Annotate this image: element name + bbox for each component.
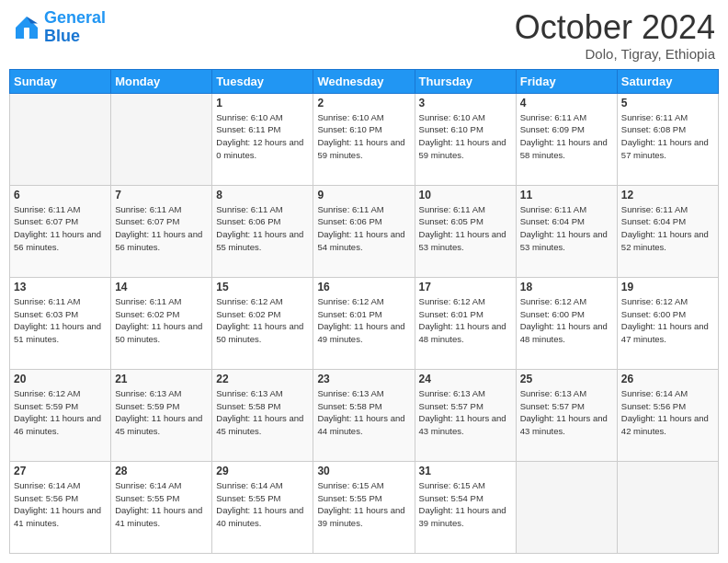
logo-icon: [13, 14, 40, 41]
day-number: 24: [419, 373, 512, 385]
cell-info: Sunrise: 6:11 AMSunset: 6:04 PMDaylight:…: [621, 203, 714, 254]
calendar-cell: [111, 93, 212, 185]
calendar-cell: 21Sunrise: 6:13 AMSunset: 5:59 PMDayligh…: [111, 369, 212, 461]
day-number: 20: [14, 373, 107, 385]
day-number: 16: [317, 281, 410, 293]
cell-info: Sunrise: 6:11 AMSunset: 6:03 PMDaylight:…: [14, 295, 107, 346]
day-number: 18: [520, 281, 613, 293]
day-number: 23: [317, 373, 410, 385]
cell-info: Sunrise: 6:10 AMSunset: 6:11 PMDaylight:…: [216, 111, 309, 162]
cell-info: Sunrise: 6:12 AMSunset: 6:01 PMDaylight:…: [419, 295, 512, 346]
cell-info: Sunrise: 6:13 AMSunset: 5:58 PMDaylight:…: [216, 387, 309, 438]
calendar-cell: 8Sunrise: 6:11 AMSunset: 6:06 PMDaylight…: [212, 185, 313, 277]
calendar-cell: 22Sunrise: 6:13 AMSunset: 5:58 PMDayligh…: [212, 369, 313, 461]
cell-info: Sunrise: 6:13 AMSunset: 5:59 PMDaylight:…: [115, 387, 208, 438]
calendar-cell: 26Sunrise: 6:14 AMSunset: 5:56 PMDayligh…: [617, 369, 718, 461]
month-title: October 2024: [515, 9, 715, 46]
calendar-cell: 30Sunrise: 6:15 AMSunset: 5:55 PMDayligh…: [313, 461, 415, 553]
day-number: 1: [216, 97, 309, 109]
day-header-monday: Monday: [111, 69, 212, 93]
calendar-cell: 18Sunrise: 6:12 AMSunset: 6:00 PMDayligh…: [516, 277, 617, 369]
day-number: 7: [115, 189, 208, 201]
cell-info: Sunrise: 6:14 AMSunset: 5:55 PMDaylight:…: [115, 479, 208, 530]
calendar-cell: 6Sunrise: 6:11 AMSunset: 6:07 PMDaylight…: [10, 185, 111, 277]
cell-info: Sunrise: 6:12 AMSunset: 6:00 PMDaylight:…: [520, 295, 613, 346]
day-number: 11: [520, 189, 613, 201]
calendar-cell: [516, 461, 617, 553]
calendar-cell: 27Sunrise: 6:14 AMSunset: 5:56 PMDayligh…: [10, 461, 111, 553]
cell-info: Sunrise: 6:14 AMSunset: 5:55 PMDaylight:…: [216, 479, 309, 530]
day-number: 31: [419, 465, 512, 477]
cell-info: Sunrise: 6:11 AMSunset: 6:06 PMDaylight:…: [216, 203, 309, 254]
calendar-cell: 29Sunrise: 6:14 AMSunset: 5:55 PMDayligh…: [212, 461, 313, 553]
calendar-cell: 10Sunrise: 6:11 AMSunset: 6:05 PMDayligh…: [415, 185, 516, 277]
day-header-saturday: Saturday: [617, 69, 718, 93]
cell-info: Sunrise: 6:10 AMSunset: 6:10 PMDaylight:…: [419, 111, 512, 162]
calendar-cell: [617, 461, 718, 553]
week-row-3: 13Sunrise: 6:11 AMSunset: 6:03 PMDayligh…: [10, 277, 719, 369]
week-row-5: 27Sunrise: 6:14 AMSunset: 5:56 PMDayligh…: [10, 461, 719, 553]
calendar-cell: 17Sunrise: 6:12 AMSunset: 6:01 PMDayligh…: [415, 277, 516, 369]
day-number: 8: [216, 189, 309, 201]
day-number: 2: [317, 97, 410, 109]
calendar-cell: [10, 93, 111, 185]
logo: General Blue: [13, 9, 106, 46]
day-number: 19: [621, 281, 714, 293]
day-number: 4: [520, 97, 613, 109]
calendar-cell: 16Sunrise: 6:12 AMSunset: 6:01 PMDayligh…: [313, 277, 415, 369]
day-header-wednesday: Wednesday: [313, 69, 415, 93]
calendar-cell: 28Sunrise: 6:14 AMSunset: 5:55 PMDayligh…: [111, 461, 212, 553]
cell-info: Sunrise: 6:12 AMSunset: 6:01 PMDaylight:…: [317, 295, 410, 346]
cell-info: Sunrise: 6:12 AMSunset: 6:02 PMDaylight:…: [216, 295, 309, 346]
cell-info: Sunrise: 6:13 AMSunset: 5:57 PMDaylight:…: [520, 387, 613, 438]
day-header-friday: Friday: [516, 69, 617, 93]
cell-info: Sunrise: 6:11 AMSunset: 6:08 PMDaylight:…: [621, 111, 714, 162]
calendar-cell: 14Sunrise: 6:11 AMSunset: 6:02 PMDayligh…: [111, 277, 212, 369]
day-number: 15: [216, 281, 309, 293]
day-number: 21: [115, 373, 208, 385]
day-header-sunday: Sunday: [10, 69, 111, 93]
week-row-1: 1Sunrise: 6:10 AMSunset: 6:11 PMDaylight…: [10, 93, 719, 185]
cell-info: Sunrise: 6:11 AMSunset: 6:05 PMDaylight:…: [419, 203, 512, 254]
location-subtitle: Dolo, Tigray, Ethiopia: [515, 46, 715, 62]
calendar-cell: 12Sunrise: 6:11 AMSunset: 6:04 PMDayligh…: [617, 185, 718, 277]
cell-info: Sunrise: 6:11 AMSunset: 6:07 PMDaylight:…: [14, 203, 107, 254]
cell-info: Sunrise: 6:15 AMSunset: 5:54 PMDaylight:…: [419, 479, 512, 530]
calendar-cell: 31Sunrise: 6:15 AMSunset: 5:54 PMDayligh…: [415, 461, 516, 553]
calendar-cell: 19Sunrise: 6:12 AMSunset: 6:00 PMDayligh…: [617, 277, 718, 369]
calendar-cell: 2Sunrise: 6:10 AMSunset: 6:10 PMDaylight…: [313, 93, 415, 185]
cell-info: Sunrise: 6:12 AMSunset: 6:00 PMDaylight:…: [621, 295, 714, 346]
calendar-table: SundayMondayTuesdayWednesdayThursdayFrid…: [9, 69, 719, 554]
calendar-cell: 1Sunrise: 6:10 AMSunset: 6:11 PMDaylight…: [212, 93, 313, 185]
cell-info: Sunrise: 6:14 AMSunset: 5:56 PMDaylight:…: [621, 387, 714, 438]
calendar-cell: 23Sunrise: 6:13 AMSunset: 5:58 PMDayligh…: [313, 369, 415, 461]
day-number: 5: [621, 97, 714, 109]
calendar-cell: 20Sunrise: 6:12 AMSunset: 5:59 PMDayligh…: [10, 369, 111, 461]
logo-text: General Blue: [44, 9, 106, 46]
calendar-cell: 15Sunrise: 6:12 AMSunset: 6:02 PMDayligh…: [212, 277, 313, 369]
calendar-cell: 4Sunrise: 6:11 AMSunset: 6:09 PMDaylight…: [516, 93, 617, 185]
day-header-tuesday: Tuesday: [212, 69, 313, 93]
calendar-cell: 24Sunrise: 6:13 AMSunset: 5:57 PMDayligh…: [415, 369, 516, 461]
day-number: 25: [520, 373, 613, 385]
day-number: 10: [419, 189, 512, 201]
cell-info: Sunrise: 6:12 AMSunset: 5:59 PMDaylight:…: [14, 387, 107, 438]
calendar-cell: 3Sunrise: 6:10 AMSunset: 6:10 PMDaylight…: [415, 93, 516, 185]
day-number: 9: [317, 189, 410, 201]
calendar-cell: 13Sunrise: 6:11 AMSunset: 6:03 PMDayligh…: [10, 277, 111, 369]
week-row-2: 6Sunrise: 6:11 AMSunset: 6:07 PMDaylight…: [10, 185, 719, 277]
day-number: 27: [14, 465, 107, 477]
calendar-header-row: SundayMondayTuesdayWednesdayThursdayFrid…: [10, 69, 719, 93]
cell-info: Sunrise: 6:13 AMSunset: 5:58 PMDaylight:…: [317, 387, 410, 438]
cell-info: Sunrise: 6:11 AMSunset: 6:07 PMDaylight:…: [115, 203, 208, 254]
calendar-cell: 25Sunrise: 6:13 AMSunset: 5:57 PMDayligh…: [516, 369, 617, 461]
day-number: 12: [621, 189, 714, 201]
calendar-cell: 7Sunrise: 6:11 AMSunset: 6:07 PMDaylight…: [111, 185, 212, 277]
cell-info: Sunrise: 6:13 AMSunset: 5:57 PMDaylight:…: [419, 387, 512, 438]
cell-info: Sunrise: 6:11 AMSunset: 6:04 PMDaylight:…: [520, 203, 613, 254]
calendar-cell: 5Sunrise: 6:11 AMSunset: 6:08 PMDaylight…: [617, 93, 718, 185]
cell-info: Sunrise: 6:10 AMSunset: 6:10 PMDaylight:…: [317, 111, 410, 162]
day-number: 14: [115, 281, 208, 293]
svg-rect-2: [24, 28, 29, 39]
day-number: 13: [14, 281, 107, 293]
